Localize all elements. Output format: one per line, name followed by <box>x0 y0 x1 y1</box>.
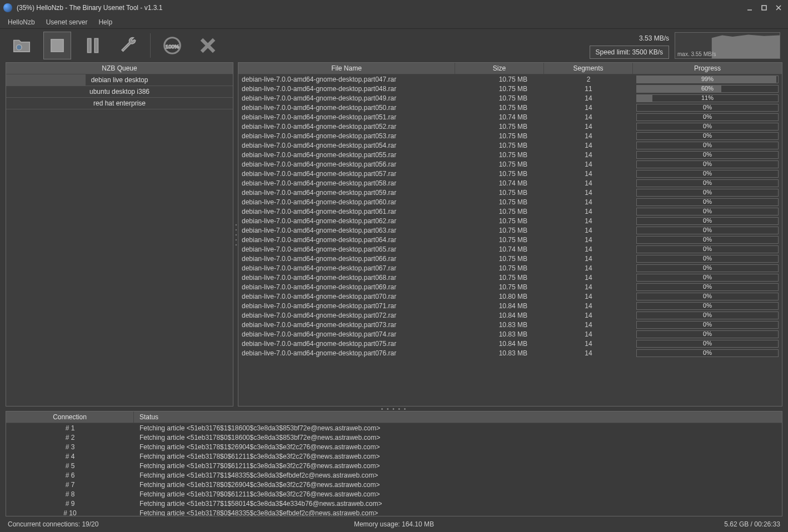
file-progress-cell: 0% <box>633 302 782 310</box>
queue-row[interactable]: ubuntu desktop i386 <box>6 86 233 98</box>
file-row[interactable]: debian-live-7.0.0-amd64-gnome-desktop.pa… <box>238 254 782 263</box>
connection-id: # 2 <box>6 434 134 441</box>
open-button[interactable] <box>8 32 36 59</box>
file-segments: 14 <box>544 236 633 244</box>
file-row[interactable]: debian-live-7.0.0-amd64-gnome-desktop.pa… <box>238 169 782 178</box>
connection-row[interactable]: # 1Fetching article <51eb3176$1$18600$c3… <box>6 423 782 433</box>
speed-limit-button[interactable]: Speed limit: 3500 KB/s <box>590 46 669 59</box>
maximize-button[interactable] <box>758 3 770 13</box>
file-row[interactable]: debian-live-7.0.0-amd64-gnome-desktop.pa… <box>238 329 782 339</box>
file-row[interactable]: debian-live-7.0.0-amd64-gnome-desktop.pa… <box>238 74 782 84</box>
nzb-queue-body[interactable]: debian live desktopubuntu desktop i386re… <box>6 74 233 406</box>
file-row[interactable]: debian-live-7.0.0-amd64-gnome-desktop.pa… <box>238 178 782 188</box>
connection-row[interactable]: # 2Fetching article <51eb3178$0$18600$c3… <box>6 433 782 442</box>
speed-meter-button[interactable]: 100% <box>158 32 186 59</box>
vertical-splitter[interactable]: ••••• <box>234 222 238 247</box>
file-size: 10.75 MB <box>455 236 544 244</box>
file-row[interactable]: debian-live-7.0.0-amd64-gnome-desktop.pa… <box>238 112 782 122</box>
file-row[interactable]: debian-live-7.0.0-amd64-gnome-desktop.pa… <box>238 103 782 112</box>
file-row[interactable]: debian-live-7.0.0-amd64-gnome-desktop.pa… <box>238 292 782 301</box>
file-row[interactable]: debian-live-7.0.0-amd64-gnome-desktop.pa… <box>238 131 782 140</box>
nzb-queue-header-label[interactable]: NZB Queue <box>6 63 233 74</box>
progress-bar: 0% <box>636 113 779 121</box>
progress-bar: 11% <box>636 94 779 102</box>
file-row[interactable]: debian-live-7.0.0-amd64-gnome-desktop.pa… <box>238 207 782 216</box>
minimize-button[interactable] <box>744 3 756 13</box>
file-row[interactable]: debian-live-7.0.0-amd64-gnome-desktop.pa… <box>238 93 782 103</box>
connection-row[interactable]: # 8Fetching article <51eb3179$0$61211$c3… <box>6 489 782 499</box>
file-name: debian-live-7.0.0-amd64-gnome-desktop.pa… <box>238 217 455 225</box>
file-row[interactable]: debian-live-7.0.0-amd64-gnome-desktop.pa… <box>238 150 782 159</box>
file-row[interactable]: debian-live-7.0.0-amd64-gnome-desktop.pa… <box>238 188 782 197</box>
file-row[interactable]: debian-live-7.0.0-amd64-gnome-desktop.pa… <box>238 235 782 244</box>
file-row[interactable]: debian-live-7.0.0-amd64-gnome-desktop.pa… <box>238 197 782 207</box>
nzb-queue-panel: NZB Queue debian live desktopubuntu desk… <box>6 62 233 406</box>
file-row[interactable]: debian-live-7.0.0-amd64-gnome-desktop.pa… <box>238 225 782 235</box>
menu-usenet-server[interactable]: Usenet server <box>42 17 92 27</box>
pause-button[interactable] <box>79 32 107 59</box>
col-connection[interactable]: Connection <box>6 411 134 423</box>
svg-text:100%: 100% <box>166 43 179 49</box>
file-row[interactable]: debian-live-7.0.0-amd64-gnome-desktop.pa… <box>238 84 782 93</box>
horizontal-splitter[interactable]: • • • • • <box>6 406 782 411</box>
file-row[interactable]: debian-live-7.0.0-amd64-gnome-desktop.pa… <box>238 263 782 273</box>
col-segments[interactable]: Segments <box>544 63 633 74</box>
col-size[interactable]: Size <box>455 63 544 74</box>
file-progress-cell: 0% <box>633 339 782 348</box>
file-progress-cell: 0% <box>633 349 782 358</box>
file-row[interactable]: debian-live-7.0.0-amd64-gnome-desktop.pa… <box>238 339 782 348</box>
settings-button[interactable] <box>114 32 142 59</box>
file-row[interactable]: debian-live-7.0.0-amd64-gnome-desktop.pa… <box>238 273 782 282</box>
connection-id: # 8 <box>6 490 134 498</box>
svg-rect-5 <box>51 39 63 52</box>
file-name: debian-live-7.0.0-amd64-gnome-desktop.pa… <box>238 293 455 300</box>
connection-row[interactable]: # 4Fetching article <51eb3178$0$61211$c3… <box>6 451 782 461</box>
file-name: debian-live-7.0.0-amd64-gnome-desktop.pa… <box>238 245 455 253</box>
connection-row[interactable]: # 5Fetching article <51eb3177$0$61211$c3… <box>6 461 782 470</box>
connection-row[interactable]: # 9Fetching article <51eb3177$1$58014$c3… <box>6 499 782 508</box>
file-segments: 14 <box>544 170 633 178</box>
file-row[interactable]: debian-live-7.0.0-amd64-gnome-desktop.pa… <box>238 159 782 169</box>
progress-bar: 0% <box>636 245 779 253</box>
connection-row[interactable]: # 3Fetching article <51eb3178$1$26904$c3… <box>6 442 782 451</box>
svg-rect-7 <box>94 38 98 52</box>
files-body[interactable]: debian-live-7.0.0-amd64-gnome-desktop.pa… <box>238 74 782 406</box>
file-row[interactable]: debian-live-7.0.0-amd64-gnome-desktop.pa… <box>238 140 782 150</box>
col-status[interactable]: Status <box>134 411 782 423</box>
connection-row[interactable]: # 7Fetching article <51eb3178$0$26904$c3… <box>6 480 782 489</box>
col-filename[interactable]: File Name <box>238 63 455 74</box>
file-name: debian-live-7.0.0-amd64-gnome-desktop.pa… <box>238 340 455 348</box>
file-row[interactable]: debian-live-7.0.0-amd64-gnome-desktop.pa… <box>238 310 782 320</box>
menu-help[interactable]: Help <box>94 17 117 27</box>
file-row[interactable]: debian-live-7.0.0-amd64-gnome-desktop.pa… <box>238 301 782 310</box>
file-row[interactable]: debian-live-7.0.0-amd64-gnome-desktop.pa… <box>238 244 782 254</box>
connection-row[interactable]: # 10Fetching article <51eb3178$0$48335$c… <box>6 508 782 516</box>
file-row[interactable]: debian-live-7.0.0-amd64-gnome-desktop.pa… <box>238 348 782 358</box>
queue-row[interactable]: red hat enterprise <box>6 98 233 109</box>
connection-row[interactable]: # 6Fetching article <51eb3177$1$48335$c3… <box>6 470 782 480</box>
cancel-button[interactable] <box>194 32 222 59</box>
nzb-queue-header: NZB Queue <box>6 63 233 74</box>
file-row[interactable]: debian-live-7.0.0-amd64-gnome-desktop.pa… <box>238 320 782 329</box>
progress-bar: 0% <box>636 227 779 234</box>
file-size: 10.83 MB <box>455 321 544 329</box>
progress-text: 0% <box>637 189 778 195</box>
connections-body[interactable]: # 1Fetching article <51eb3176$1$18600$c3… <box>6 423 782 516</box>
progress-bar: 0% <box>636 142 779 149</box>
connection-status: Fetching article <51eb3176$1$18600$c3e8d… <box>134 424 782 432</box>
file-size: 10.75 MB <box>455 274 544 282</box>
file-row[interactable]: debian-live-7.0.0-amd64-gnome-desktop.pa… <box>238 282 782 292</box>
progress-text: 0% <box>637 274 778 280</box>
queue-row[interactable]: debian live desktop <box>6 74 233 86</box>
close-button[interactable] <box>772 3 785 13</box>
menu-hellonzb[interactable]: HelloNzb <box>3 17 39 27</box>
col-progress[interactable]: Progress <box>633 63 782 74</box>
file-segments: 14 <box>544 312 633 319</box>
file-name: debian-live-7.0.0-amd64-gnome-desktop.pa… <box>238 302 455 310</box>
file-size: 10.75 MB <box>455 283 544 291</box>
file-name: debian-live-7.0.0-amd64-gnome-desktop.pa… <box>238 189 455 197</box>
file-row[interactable]: debian-live-7.0.0-amd64-gnome-desktop.pa… <box>238 216 782 225</box>
stop-button[interactable] <box>43 32 71 59</box>
file-row[interactable]: debian-live-7.0.0-amd64-gnome-desktop.pa… <box>238 122 782 131</box>
file-progress-cell: 0% <box>633 113 782 122</box>
